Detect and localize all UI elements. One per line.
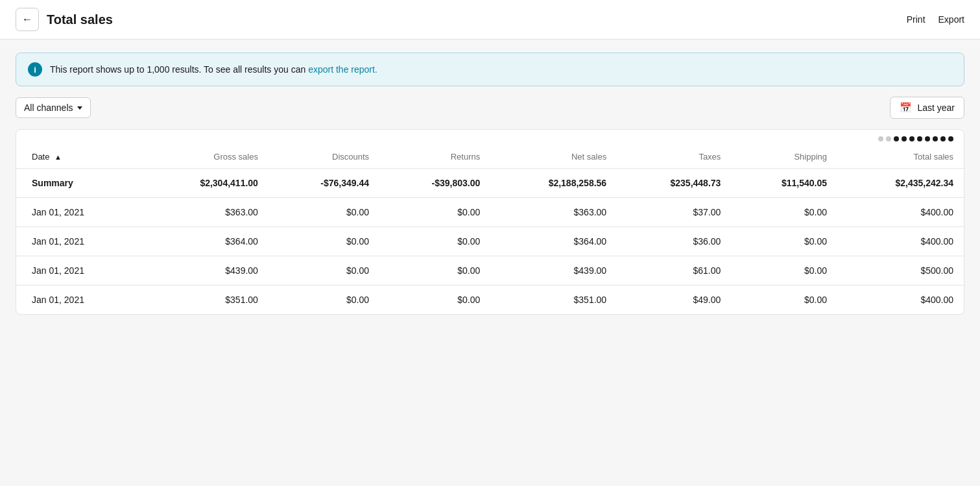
row-1-total_sales: $400.00: [837, 227, 964, 256]
row-3-returns: $0.00: [379, 286, 490, 315]
col-gross-sales[interactable]: Gross sales: [142, 145, 269, 169]
row-2-total_sales: $500.00: [837, 256, 964, 286]
date-filter-label: Last year: [917, 103, 955, 113]
row-0-discounts: $0.00: [269, 198, 379, 227]
channel-filter-dropdown[interactable]: All channels: [16, 97, 91, 118]
channel-filter-label: All channels: [24, 103, 73, 113]
scroll-dot-4: [902, 136, 907, 141]
row-3-net_sales: $351.00: [490, 286, 617, 315]
row-2-shipping: $0.00: [731, 256, 837, 286]
date-filter-button[interactable]: 📅 Last year: [890, 97, 964, 119]
row-1-taxes: $36.00: [617, 227, 731, 256]
row-0-taxes: $37.00: [617, 198, 731, 227]
back-button[interactable]: ←: [16, 8, 39, 31]
scroll-dots: [16, 130, 964, 145]
row-1-returns: $0.00: [379, 227, 490, 256]
summary-total-sales: $2,435,242.34: [837, 169, 964, 198]
row-1-net_sales: $364.00: [490, 227, 617, 256]
scroll-dot-10: [948, 136, 953, 141]
sort-asc-icon: ▲: [54, 153, 62, 161]
col-discounts[interactable]: Discounts: [269, 145, 379, 169]
table-row: Jan 01, 2021$364.00$0.00$0.00$364.00$36.…: [16, 227, 964, 256]
table-row: Jan 01, 2021$439.00$0.00$0.00$439.00$61.…: [16, 256, 964, 286]
col-shipping[interactable]: Shipping: [731, 145, 837, 169]
table-row: Jan 01, 2021$351.00$0.00$0.00$351.00$49.…: [16, 286, 964, 315]
row-2-net_sales: $439.00: [490, 256, 617, 286]
col-net-sales[interactable]: Net sales: [490, 145, 617, 169]
header-actions: Print Export: [907, 14, 964, 25]
row-2-discounts: $0.00: [269, 256, 379, 286]
page-title: Total sales: [47, 12, 113, 27]
row-1-shipping: $0.00: [731, 227, 837, 256]
print-button[interactable]: Print: [907, 14, 926, 25]
row-0-gross_sales: $363.00: [142, 198, 269, 227]
col-returns[interactable]: Returns: [379, 145, 490, 169]
table-header-row: Date ▲ Gross sales Discounts Returns Net…: [16, 145, 964, 169]
row-3-discounts: $0.00: [269, 286, 379, 315]
scroll-dot-1: [878, 136, 883, 141]
chevron-down-icon: [77, 106, 82, 110]
row-1-date: Jan 01, 2021: [16, 227, 142, 256]
export-button[interactable]: Export: [938, 14, 964, 25]
row-2-taxes: $61.00: [617, 256, 731, 286]
scroll-dot-8: [933, 136, 938, 141]
scroll-dot-7: [925, 136, 930, 141]
row-3-total_sales: $400.00: [837, 286, 964, 315]
col-date[interactable]: Date ▲: [16, 145, 142, 169]
controls-row: All channels 📅 Last year: [16, 97, 964, 119]
row-3-shipping: $0.00: [731, 286, 837, 315]
info-icon: i: [28, 62, 42, 77]
scroll-dot-2: [886, 136, 891, 141]
row-3-gross_sales: $351.00: [142, 286, 269, 315]
scroll-dot-5: [909, 136, 914, 141]
row-0-date: Jan 01, 2021: [16, 198, 142, 227]
scroll-dot-6: [917, 136, 922, 141]
info-banner: i This report shows up to 1,000 results.…: [16, 53, 964, 86]
row-1-gross_sales: $364.00: [142, 227, 269, 256]
report-table: Date ▲ Gross sales Discounts Returns Net…: [16, 145, 964, 314]
row-2-gross_sales: $439.00: [142, 256, 269, 286]
row-0-returns: $0.00: [379, 198, 490, 227]
row-0-shipping: $0.00: [731, 198, 837, 227]
row-0-net_sales: $363.00: [490, 198, 617, 227]
summary-discounts: -$76,349.44: [269, 169, 379, 198]
summary-net-sales: $2,188,258.56: [490, 169, 617, 198]
row-3-taxes: $49.00: [617, 286, 731, 315]
export-report-link[interactable]: export the report.: [308, 64, 377, 75]
back-arrow-icon: ←: [22, 14, 32, 25]
summary-label: Summary: [16, 169, 142, 198]
calendar-icon: 📅: [900, 102, 912, 114]
table-row: Jan 01, 2021$363.00$0.00$0.00$363.00$37.…: [16, 198, 964, 227]
col-total-sales[interactable]: Total sales: [837, 145, 964, 169]
col-taxes[interactable]: Taxes: [617, 145, 731, 169]
summary-taxes: $235,448.73: [617, 169, 731, 198]
summary-returns: -$39,803.00: [379, 169, 490, 198]
scroll-dot-3: [894, 136, 899, 141]
summary-shipping: $11,540.05: [731, 169, 837, 198]
banner-text: This report shows up to 1,000 results. T…: [50, 64, 377, 75]
scroll-dot-9: [940, 136, 946, 141]
row-2-returns: $0.00: [379, 256, 490, 286]
row-1-discounts: $0.00: [269, 227, 379, 256]
row-0-total_sales: $400.00: [837, 198, 964, 227]
summary-row: Summary $2,304,411.00 -$76,349.44 -$39,8…: [16, 169, 964, 198]
row-3-date: Jan 01, 2021: [16, 286, 142, 315]
row-2-date: Jan 01, 2021: [16, 256, 142, 286]
summary-gross-sales: $2,304,411.00: [142, 169, 269, 198]
report-table-wrapper: Date ▲ Gross sales Discounts Returns Net…: [16, 129, 964, 315]
